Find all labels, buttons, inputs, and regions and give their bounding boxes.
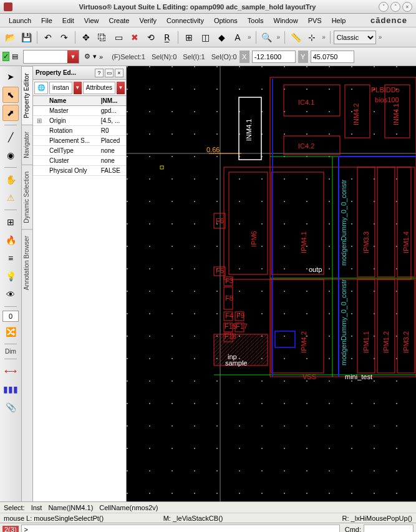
toolbar-overflow-2[interactable]: » <box>276 34 282 41</box>
hierarchy-icon[interactable]: ⊞ <box>2 214 19 230</box>
col-value[interactable]: |NM... <box>97 96 126 106</box>
style-select[interactable]: Classic <box>334 31 376 44</box>
mouse-m: M: _leViaStackCB() <box>163 515 223 522</box>
via-icon[interactable]: ◉ <box>2 147 19 163</box>
menu-file[interactable]: File <box>36 16 57 26</box>
stretch-icon[interactable]: ▭ <box>111 30 126 45</box>
snap-icon[interactable]: ⊹ <box>304 30 319 45</box>
menu-tools[interactable]: Tools <box>243 16 269 26</box>
path-icon[interactable]: ╱ <box>2 129 19 145</box>
globe-icon[interactable]: 🌐 <box>34 82 48 94</box>
tab-property-editor[interactable]: Property Editor <box>22 66 32 125</box>
dim-input[interactable] <box>2 311 19 322</box>
drc-check-icon[interactable]: ✓ <box>2 52 9 61</box>
undo-icon[interactable]: ↶ <box>41 30 56 45</box>
menu-launch[interactable]: Launch <box>4 16 36 26</box>
selo-status: Sel(O):0 <box>211 53 237 60</box>
cmd-prompt[interactable]: > <box>21 525 340 533</box>
warning-icon[interactable]: ⚠ <box>2 190 19 206</box>
layer-icon[interactable]: ▤ <box>12 52 18 60</box>
tab-attributes[interactable]: Attributes <box>83 82 115 94</box>
property-editor-title: Property Ed... <box>36 69 94 76</box>
save-icon[interactable]: 💾 <box>19 30 34 45</box>
menu-edit[interactable]: Edit <box>57 16 79 26</box>
minimize-button[interactable]: ˅ <box>379 2 389 12</box>
panel-help-icon[interactable]: ? <box>95 69 104 77</box>
menu-help[interactable]: Help <box>327 16 351 26</box>
menu-window[interactable]: Window <box>269 16 303 26</box>
align-icon[interactable]: ⊞ <box>181 30 196 45</box>
menu-options[interactable]: Options <box>209 16 243 26</box>
select-icon[interactable]: ⬈ <box>2 105 19 121</box>
menu-pvs[interactable]: PVS <box>303 16 327 26</box>
label-icon[interactable]: A <box>230 30 245 45</box>
toolbar2-overflow[interactable]: » <box>99 53 103 60</box>
redo-icon[interactable]: ↷ <box>57 30 72 45</box>
gear-icon[interactable]: ⚙ <box>84 52 90 60</box>
tab-attributes-dropdown[interactable]: ▼ <box>117 82 125 94</box>
menu-view[interactable]: View <box>79 16 104 26</box>
pin-icon[interactable]: ◆ <box>214 30 229 45</box>
layers-icon[interactable]: ≡ <box>2 250 19 266</box>
maximize-button[interactable]: ˄ <box>390 2 400 12</box>
hand-icon[interactable]: ✋ <box>2 172 19 188</box>
tab-annotation-browser[interactable]: Annotation Browser <box>22 229 32 296</box>
svg-text:F8: F8 <box>225 294 233 302</box>
properties-icon[interactable]: R̲ <box>160 30 175 45</box>
dim-toggle-icon[interactable]: 🔀 <box>2 324 19 340</box>
toolbar-overflow-3[interactable]: » <box>321 34 327 41</box>
brand-logo: cādence <box>365 14 412 26</box>
pointer-icon[interactable]: ➤ <box>2 69 19 85</box>
svg-text:F5: F5 <box>216 267 224 274</box>
open-icon[interactable]: 📂 <box>2 30 17 45</box>
menu-connectivity[interactable]: Connectivity <box>162 16 209 26</box>
svg-text:IPM6: IPM6 <box>250 231 258 247</box>
bulb-icon[interactable]: 💡 <box>2 268 19 284</box>
cmd-input[interactable] <box>364 525 414 533</box>
ruler-icon[interactable]: 📏 <box>288 30 303 45</box>
rotate-icon[interactable]: ⟲ <box>143 30 158 45</box>
y-coord[interactable]: 45.0750 <box>311 51 354 63</box>
toolbar-overflow-1[interactable]: » <box>246 34 253 41</box>
svg-text:sample: sample <box>225 359 247 367</box>
measure-icon[interactable]: ⟷ <box>2 363 19 379</box>
instance-icon[interactable]: ◫ <box>198 30 213 45</box>
cmd-label: Cmd: <box>345 526 361 533</box>
expand-icon[interactable]: ⊞ <box>33 116 46 126</box>
app-icon <box>4 2 12 11</box>
clip-icon[interactable]: 📎 <box>2 399 19 415</box>
zoom-icon[interactable]: 🔍 <box>259 30 274 45</box>
tab-navigator[interactable]: Navigator <box>22 125 32 165</box>
menu-verify[interactable]: Verify <box>134 16 162 26</box>
svg-text:IPM3.3: IPM3.3 <box>362 231 370 253</box>
tab-instance-dropdown[interactable]: ▼ <box>74 82 82 94</box>
settings-dropdown-icon[interactable]: ▾ <box>93 52 97 60</box>
svg-text:IPM3.2: IPM3.2 <box>402 331 410 353</box>
tab-dynamic-selection[interactable]: Dynamic Selection <box>22 165 32 230</box>
copy-icon[interactable]: ⿻ <box>95 30 110 45</box>
command-bar: 2(3) > Cmd: <box>0 523 416 532</box>
window-title: Virtuoso® Layout Suite L Editing: opamp0… <box>16 3 379 11</box>
cursor-icon[interactable]: ⬉ <box>2 87 19 103</box>
svg-text:F15: F15 <box>225 322 236 330</box>
status-bar: Select: Inst Name(|NM4.1) CellName(nmos2… <box>0 501 416 513</box>
fire-icon[interactable]: 🔥 <box>2 232 19 248</box>
close-button[interactable]: × <box>402 2 412 12</box>
layer-select[interactable]: ▼ <box>23 50 79 64</box>
tab-instance[interactable]: instan <box>49 82 72 94</box>
panel-close-icon[interactable]: × <box>115 69 123 77</box>
svg-text:bios100: bios100 <box>375 96 399 104</box>
move-icon[interactable]: ✥ <box>79 30 94 45</box>
col-name[interactable]: Name <box>46 96 97 106</box>
table-row: Mastergpd... <box>33 106 126 116</box>
eye-icon[interactable]: 👁 <box>2 286 19 302</box>
layout-canvas[interactable]: 0.66 INM4.1 IC4.1 INM4.2 PLBIDDo bios100… <box>127 66 416 501</box>
delete-icon[interactable]: ✖ <box>127 30 142 45</box>
toolbar-overflow-4[interactable]: » <box>377 34 384 41</box>
menu-create[interactable]: Create <box>104 16 134 26</box>
bars-icon[interactable]: ▮▮▮ <box>2 381 19 397</box>
x-coord[interactable]: -12.1600 <box>252 51 296 63</box>
dim-label: Dim <box>5 348 16 355</box>
panel-undock-icon[interactable]: ▭ <box>105 69 114 77</box>
cmd-badge: 2(3) <box>2 526 19 533</box>
